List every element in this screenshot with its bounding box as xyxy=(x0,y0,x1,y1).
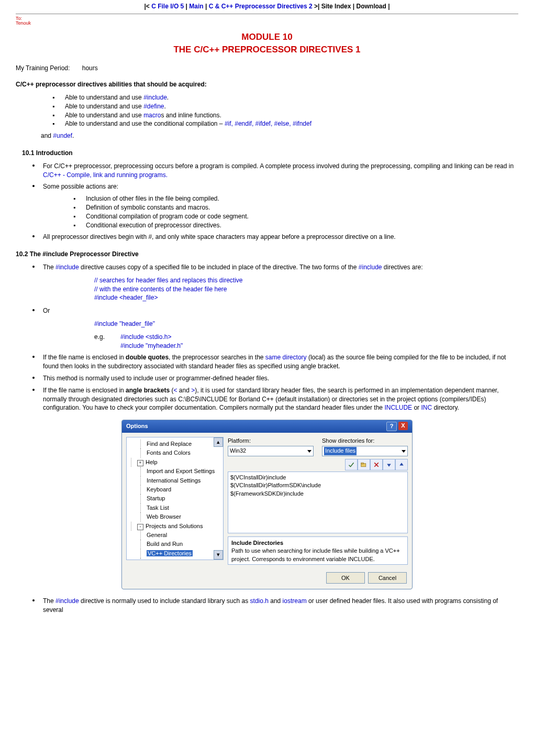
move-down-icon[interactable] xyxy=(383,459,395,470)
delete-icon[interactable] xyxy=(370,459,383,470)
tree-item[interactable]: Task List xyxy=(128,503,222,512)
list-item[interactable]: $(FrameworkSDKDir)include xyxy=(230,490,405,498)
list-item: Inclusion of other files in the file bei… xyxy=(73,194,518,203)
tree-item[interactable]: Keyboard xyxy=(128,485,222,494)
ability-item: Able to understand and use the condition… xyxy=(52,119,518,128)
tree-item[interactable]: -Projects and Solutions xyxy=(128,522,222,531)
move-up-icon[interactable] xyxy=(395,459,408,470)
code-block-2: #include "header_file" xyxy=(16,320,518,328)
ability-item: Able to understand and use #define. xyxy=(52,102,518,111)
desc-title: Include Directories xyxy=(231,540,283,546)
tree-item[interactable]: VC++ Directories xyxy=(128,549,222,558)
nav-link-main[interactable]: Main xyxy=(189,3,203,10)
list-item: The #include directive is normally used … xyxy=(38,597,518,615)
list-item: Some possible actions are: xyxy=(38,182,518,191)
description-box: Include Directories Path to use when sea… xyxy=(228,536,408,565)
nav-pre: |< xyxy=(144,3,152,10)
list-item: Or xyxy=(38,306,518,315)
tree-item[interactable]: International Settings xyxy=(128,476,222,485)
list-item[interactable]: $(VCInstallDir)include xyxy=(230,474,405,481)
dialog-title: Options xyxy=(126,422,148,430)
options-dialog-figure: Options ? X ▴ ▾ Find and ReplaceFonts an… xyxy=(121,420,413,589)
ok-button[interactable]: OK xyxy=(326,572,365,584)
platform-label: Platform: xyxy=(228,437,314,445)
list-item: Conditional execution of preprocessor di… xyxy=(73,221,518,230)
chevron-down-icon xyxy=(307,450,312,453)
list-item: Conditional compilation of program code … xyxy=(73,212,518,221)
nav-link-prev[interactable]: C File I/O 5 xyxy=(151,3,184,10)
list-item[interactable]: $(VCInstallDir)PlatformSDK\include xyxy=(230,481,405,489)
cancel-button[interactable]: Cancel xyxy=(368,572,407,584)
ability-item: Able to understand and use #include. xyxy=(52,93,518,102)
svg-marker-5 xyxy=(399,463,404,465)
desc-body: Path to use when searching for include f… xyxy=(231,547,400,562)
options-tree[interactable]: ▴ ▾ Find and ReplaceFonts and Colors+Hel… xyxy=(126,437,224,560)
tree-item[interactable]: Build and Run xyxy=(128,540,222,549)
chevron-down-icon xyxy=(402,450,406,453)
nav-post: >| Site Index | Download | xyxy=(313,3,390,10)
abilities-list: Able to understand and use #include. Abl… xyxy=(16,93,518,128)
right-panel: Platform: Win32 Show directories for: In… xyxy=(228,437,408,565)
tree-item[interactable]: +Help xyxy=(128,458,222,467)
new-folder-icon[interactable] xyxy=(358,459,370,470)
intro-list: For C/C++ preprocessor, preprocessing oc… xyxy=(16,162,518,191)
intro-inner-list: Inclusion of other files in the file bei… xyxy=(16,194,518,229)
dialog-titlebar: Options ? X xyxy=(122,420,412,433)
list-item: For C/C++ preprocessor, preprocessing oc… xyxy=(38,162,518,180)
section-10-2-heading: 10.2 The #include Preprocessor Directive xyxy=(16,250,518,259)
tree-item[interactable]: Import and Export Settings xyxy=(128,467,222,476)
platform-select[interactable]: Win32 xyxy=(228,446,314,456)
nav-link-next[interactable]: C & C++ Preprocessor Directives 2 xyxy=(209,3,313,10)
abilities-heading: C/C++ preprocessor directives abilities … xyxy=(16,80,518,89)
brand: To: Tenouk xyxy=(16,16,518,26)
training-period: My Training Period: hours xyxy=(16,64,518,73)
abilities-and: and #undef. xyxy=(16,132,518,140)
list-item: All preprocessor directives begin with #… xyxy=(38,233,518,242)
showdir-label: Show directories for: xyxy=(322,437,408,445)
tree-item[interactable]: VC++ Project Settings xyxy=(128,558,222,560)
ability-item: Able to understand and use macros and in… xyxy=(52,111,518,120)
link-compile[interactable]: C/C++ - Compile, link and running progra… xyxy=(43,171,168,179)
code-block-1: // searches for header files and replace… xyxy=(16,276,518,302)
svg-marker-4 xyxy=(387,464,391,466)
list-item: Definition of symbolic constants and mac… xyxy=(73,203,518,212)
tree-item[interactable]: Find and Replace xyxy=(128,440,222,448)
options-dialog: Options ? X ▴ ▾ Find and ReplaceFonts an… xyxy=(121,420,413,589)
check-icon[interactable] xyxy=(345,459,358,470)
svg-rect-1 xyxy=(361,463,364,464)
tree-item[interactable]: General xyxy=(128,531,222,540)
help-icon[interactable]: ? xyxy=(386,422,397,431)
list-item: If the file name is enclosed in angle br… xyxy=(38,386,518,412)
include-paths-list[interactable]: $(VCInstallDir)include$(VCInstallDir)Pla… xyxy=(228,472,408,533)
toolbar xyxy=(228,459,408,470)
list-item: If the file name is enclosed in double q… xyxy=(38,353,518,371)
tree-item[interactable]: Web Browser xyxy=(128,512,222,521)
list-item: The #include directive causes copy of a … xyxy=(38,263,518,272)
tree-item[interactable]: Startup xyxy=(128,494,222,503)
top-nav: |< C File I/O 5 | Main | C & C++ Preproc… xyxy=(16,0,518,13)
list-item: This method is normally used to include … xyxy=(38,374,518,383)
close-icon[interactable]: X xyxy=(398,422,408,430)
section-10-1-heading: 10.1 Introduction xyxy=(22,149,518,158)
page-title: THE C/C++ PREPROCESSOR DIRECTIVES 1 xyxy=(16,43,518,56)
showdir-select[interactable]: Include files xyxy=(322,446,408,456)
example-row: e.g. #include <stdio.h> e.g. #include "m… xyxy=(16,333,518,350)
tree-item[interactable]: Fonts and Colors xyxy=(128,448,222,457)
module-title: MODULE 10 xyxy=(16,31,518,43)
